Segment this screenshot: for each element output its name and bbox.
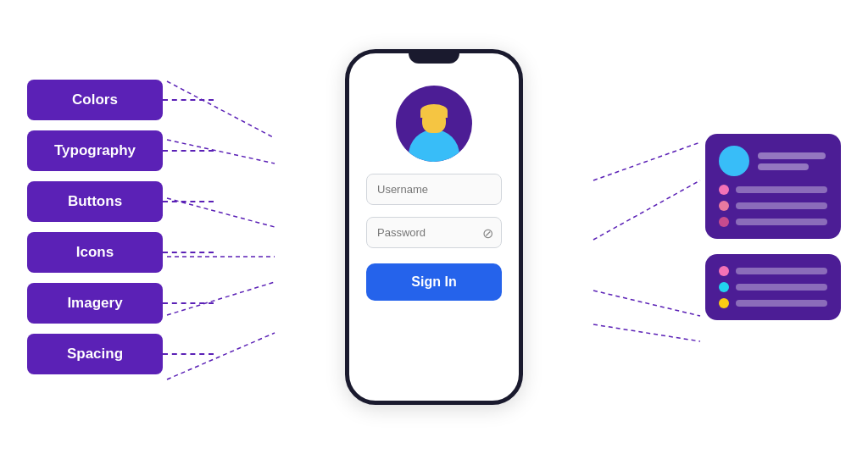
svg-line-6 — [593, 142, 700, 180]
dot-yellow-1 — [719, 298, 729, 308]
right-card-bottom — [705, 254, 841, 320]
row-line-6 — [736, 300, 827, 307]
right-panel — [705, 134, 841, 320]
row-line-3 — [736, 219, 827, 225]
right-card-top — [705, 134, 841, 239]
svg-line-0 — [167, 81, 275, 138]
spacing-item[interactable]: Spacing — [27, 334, 163, 374]
svg-line-9 — [593, 324, 700, 341]
phone-notch — [409, 53, 459, 64]
card-row-4 — [719, 266, 827, 276]
password-field-wrapper: ⊘ — [366, 217, 502, 248]
colors-label: Colors — [72, 91, 118, 108]
colors-item[interactable]: Colors — [27, 80, 163, 120]
password-input[interactable] — [366, 217, 502, 248]
username-input[interactable] — [366, 174, 502, 205]
left-panel: Colors Typography Buttons Icons Imagery … — [27, 80, 163, 374]
row-line-4 — [736, 268, 827, 274]
row-line-5 — [736, 284, 827, 291]
card-row-2 — [719, 201, 827, 211]
dot-pink-1 — [719, 185, 729, 195]
avatar-head — [422, 108, 446, 133]
dot-pink-3 — [719, 217, 729, 227]
row-line-1 — [736, 186, 827, 193]
svg-line-1 — [167, 140, 275, 163]
svg-line-8 — [593, 291, 700, 316]
card-line-2 — [758, 163, 809, 170]
card-avatar-circle — [719, 146, 749, 176]
sign-in-button[interactable]: Sign In — [366, 263, 502, 301]
card-row-3 — [719, 217, 827, 227]
eye-icon[interactable]: ⊘ — [482, 224, 493, 241]
typography-item[interactable]: Typography — [27, 130, 163, 171]
imagery-label: Imagery — [67, 295, 122, 311]
card-line-1 — [758, 152, 826, 159]
imagery-item[interactable]: Imagery — [27, 283, 163, 324]
avatar — [396, 86, 472, 162]
phone-mockup: ⊘ Sign In — [345, 49, 523, 405]
card-rows-2 — [719, 266, 827, 308]
card-rows-1 — [719, 185, 827, 227]
dot-pink-2 — [719, 201, 729, 211]
card-row-5 — [719, 282, 827, 292]
typography-label: Typography — [54, 142, 136, 158]
svg-line-4 — [167, 282, 275, 315]
row-line-2 — [736, 202, 827, 209]
svg-line-7 — [593, 180, 700, 240]
icons-label: Icons — [76, 244, 114, 260]
card-line-group — [758, 152, 827, 170]
svg-line-5 — [167, 333, 275, 379]
buttons-label: Buttons — [68, 193, 122, 209]
avatar-body — [409, 130, 459, 162]
buttons-item[interactable]: Buttons — [27, 181, 163, 222]
card-row-6 — [719, 298, 827, 308]
card-row-1 — [719, 185, 827, 195]
icons-item[interactable]: Icons — [27, 232, 163, 273]
svg-line-2 — [167, 198, 275, 227]
dot-pink-4 — [719, 266, 729, 276]
dot-teal-1 — [719, 282, 729, 292]
spacing-label: Spacing — [67, 346, 123, 362]
